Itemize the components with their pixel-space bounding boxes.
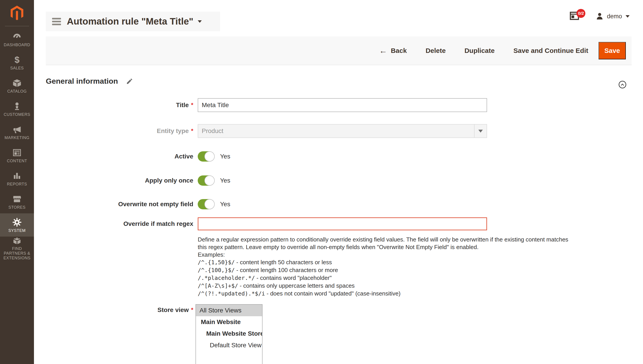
- section-title: General information: [46, 77, 118, 86]
- user-caret-down-icon: [625, 15, 629, 18]
- main-content: General information Title* Entity type*: [46, 65, 631, 364]
- sidebar-divider: [5, 26, 29, 26]
- edit-pencil-icon[interactable]: [126, 78, 133, 85]
- store-view-field-row: Store view* All Store Views Main Website…: [46, 304, 631, 364]
- regex-example-line: /^.{1,50}$/ - content length 50 characte…: [198, 258, 577, 266]
- page-title-bar: Automation rule "Meta Title": [46, 12, 220, 31]
- regex-note-intro: Define a regular expression pattern to c…: [198, 236, 577, 251]
- collapse-section-button[interactable]: [619, 81, 626, 88]
- caret-down-icon: [478, 130, 483, 132]
- page-title: Automation rule "Meta Title": [67, 16, 193, 27]
- sidebar-item-label: CUSTOMERS: [3, 112, 31, 117]
- entity-type-label: Entity type*: [46, 128, 193, 134]
- sidebar-item-marketing[interactable]: MARKETING: [0, 120, 34, 144]
- sidebar-item-label: FIND PARTNERS & EXTENSIONS: [0, 246, 34, 260]
- dropdown-arrow-button[interactable]: [474, 124, 487, 138]
- dashboard-icon: [12, 32, 22, 42]
- page-actions-toolbar: ← Back Delete Duplicate Save and Continu…: [46, 36, 631, 65]
- sidebar-item-content[interactable]: CONTENT: [0, 144, 34, 167]
- sidebar-item-reports[interactable]: REPORTS: [0, 167, 34, 190]
- sidebar-item-find-partners[interactable]: FIND PARTNERS & EXTENSIONS: [0, 236, 34, 260]
- toggle-knob: [204, 151, 215, 162]
- general-information-section-header: General information: [46, 77, 631, 88]
- page-header: Automation rule "Meta Title" 0/2 demo: [34, 0, 643, 36]
- sidebar-item-dashboard[interactable]: DASHBOARD: [0, 28, 34, 51]
- regex-note-examples-label: Examples:: [198, 251, 577, 258]
- apply-only-once-toggle-value: Yes: [220, 177, 230, 184]
- chevron-up-icon: [621, 84, 624, 86]
- active-field-row: Active Yes: [46, 151, 631, 162]
- content-icon: [12, 148, 22, 158]
- sidebar-item-system[interactable]: SYSTEM: [0, 213, 34, 236]
- header-actions: 0/2 demo: [570, 12, 629, 21]
- back-button[interactable]: ← Back: [379, 47, 407, 55]
- entity-type-select[interactable]: Product: [198, 124, 487, 138]
- store-view-option-all[interactable]: All Store Views: [196, 305, 262, 316]
- title-field-row: Title*: [46, 98, 631, 112]
- admin-sidebar: DASHBOARD $ SALES CATALOG CUSTOMERS: [0, 0, 34, 364]
- user-avatar-icon: [596, 12, 604, 20]
- active-toggle[interactable]: [198, 151, 214, 162]
- apply-only-once-field-row: Apply only once Yes: [46, 176, 631, 186]
- sidebar-item-sales[interactable]: $ SALES: [0, 51, 34, 74]
- menu-icon[interactable]: [52, 18, 61, 25]
- store-view-listbox[interactable]: All Store Views Main Website Main Websit…: [195, 304, 262, 364]
- customers-icon: [13, 101, 22, 111]
- sales-icon: $: [15, 55, 20, 65]
- reports-icon: [13, 171, 22, 181]
- toggle-knob: [204, 176, 215, 186]
- find-partners-icon: [12, 236, 22, 246]
- overwrite-not-empty-label: Overwrite not empty field: [46, 201, 193, 208]
- save-button[interactable]: Save: [598, 42, 626, 59]
- required-asterisk: *: [191, 128, 193, 134]
- overwrite-not-empty-toggle-value: Yes: [220, 201, 230, 208]
- sidebar-item-customers[interactable]: CUSTOMERS: [0, 97, 34, 120]
- sidebar-item-label: MARKETING: [4, 136, 30, 140]
- regex-example-line: /^[A-Z\s]+$/ - contains only uppercase l…: [198, 282, 577, 290]
- overwrite-not-empty-field-row: Overwrite not empty field Yes: [46, 199, 631, 209]
- sidebar-item-stores[interactable]: STORES: [0, 190, 34, 213]
- notifications-count-badge: 0/2: [576, 9, 585, 18]
- title-caret-down-icon[interactable]: [198, 20, 202, 23]
- notifications-button[interactable]: 0/2: [570, 12, 580, 21]
- back-button-label: Back: [391, 47, 407, 54]
- sidebar-item-catalog[interactable]: CATALOG: [0, 74, 34, 97]
- duplicate-button[interactable]: Duplicate: [465, 47, 495, 54]
- apply-only-once-toggle[interactable]: [198, 176, 214, 186]
- magento-logo[interactable]: [0, 0, 34, 22]
- entity-type-field-row: Entity type* Product: [46, 124, 631, 138]
- override-regex-input[interactable]: [198, 217, 487, 230]
- regex-example-line: /^.{100,}$/ - content length 100 charact…: [198, 266, 577, 274]
- sidebar-item-label: SYSTEM: [7, 228, 26, 233]
- save-and-continue-button[interactable]: Save and Continue Edit: [513, 47, 588, 54]
- override-regex-field-row: Override if match regex: [46, 217, 631, 230]
- user-name: demo: [607, 13, 622, 20]
- store-view-option-default-store-view[interactable]: Default Store View: [196, 340, 262, 351]
- catalog-icon: [12, 78, 22, 88]
- store-view-option-main-website[interactable]: Main Website: [196, 316, 262, 328]
- system-gear-icon: [12, 217, 22, 228]
- regex-example-line: /^(?!.*updated).*$/i - does not contain …: [198, 290, 577, 298]
- user-menu[interactable]: demo: [596, 12, 629, 20]
- regex-help-note: Define a regular expression pattern to c…: [198, 236, 577, 298]
- title-input[interactable]: [198, 98, 487, 112]
- stores-icon: [12, 194, 22, 204]
- toggle-knob: [204, 199, 215, 209]
- required-asterisk: *: [191, 306, 193, 313]
- delete-button[interactable]: Delete: [426, 47, 446, 54]
- sidebar-item-label: STORES: [8, 205, 27, 210]
- sidebar-item-label: SALES: [10, 66, 25, 70]
- sidebar-item-label: CATALOG: [7, 89, 28, 94]
- active-label: Active: [46, 153, 193, 160]
- back-arrow-icon: ←: [379, 47, 387, 55]
- regex-example-line: /.*placeholder.*/ - contains word "place…: [198, 274, 577, 282]
- apply-only-once-label: Apply only once: [46, 177, 193, 184]
- store-view-option-main-website-store[interactable]: Main Website Store: [196, 328, 262, 340]
- entity-type-value: Product: [202, 128, 223, 134]
- sidebar-item-label: REPORTS: [6, 182, 28, 186]
- sidebar-item-label: CONTENT: [6, 159, 28, 163]
- required-asterisk: *: [191, 102, 193, 108]
- override-regex-label: Override if match regex: [46, 220, 193, 228]
- overwrite-not-empty-toggle[interactable]: [198, 199, 214, 209]
- store-view-label: Store view*: [46, 304, 193, 314]
